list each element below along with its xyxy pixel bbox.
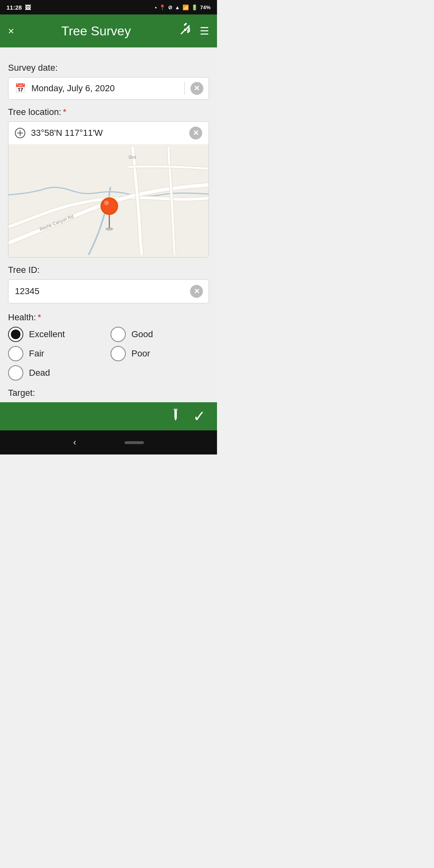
tree-id-label: Tree ID: (8, 265, 209, 275)
radio-dead-circle[interactable] (8, 365, 23, 381)
health-fair-label: Fair (29, 348, 44, 359)
health-poor-label: Poor (131, 348, 150, 359)
close-button[interactable]: × (8, 25, 14, 37)
status-icons-area: • 📍 ⊘ ▲ 📶 🔋 74% (155, 4, 211, 10)
tree-location-label: Tree location:* (8, 107, 209, 117)
health-good-label: Good (131, 329, 153, 340)
time: 11:28 (6, 4, 22, 11)
radio-excellent-circle[interactable] (8, 327, 23, 342)
blocked-icon: ⊘ (168, 4, 172, 10)
survey-date-label: Survey date: (8, 63, 209, 73)
svg-rect-12 (174, 409, 177, 418)
status-time-area: 11:28 🖼 (6, 4, 31, 11)
tree-location-field[interactable]: 33°58'N 117°11'W ✕ (8, 121, 209, 258)
health-excellent-label: Excellent (29, 329, 65, 340)
form-content: Survey date: 📅 Monday, July 6, 2020 ✕ Tr… (0, 47, 217, 402)
clear-tree-id-icon[interactable]: ✕ (190, 285, 203, 298)
top-nav: × Tree Survey ☰ (0, 14, 217, 47)
health-option-good[interactable]: Good (111, 327, 209, 342)
crosshair-icon (15, 128, 25, 138)
dot-icon: • (155, 4, 157, 10)
target-label: Target: (8, 388, 209, 402)
health-option-poor[interactable]: Poor (111, 346, 209, 361)
survey-date-clear-button[interactable]: ✕ (184, 82, 209, 95)
health-option-dead[interactable]: Dead (8, 365, 209, 381)
map-view[interactable]: Reche Canyon Rd Smi (8, 145, 209, 257)
coordinates-row[interactable]: 33°58'N 117°11'W ✕ (8, 122, 209, 145)
tree-id-input[interactable] (8, 280, 184, 303)
health-option-excellent[interactable]: Excellent (8, 327, 106, 342)
tree-id-field[interactable]: ✕ (8, 279, 209, 303)
svg-point-10 (102, 199, 117, 213)
edit-button[interactable] (170, 408, 182, 425)
android-nav-bar: ‹ (0, 430, 217, 454)
home-button[interactable] (125, 441, 144, 444)
radio-good-circle[interactable] (111, 327, 126, 342)
clear-date-icon[interactable]: ✕ (190, 82, 203, 95)
health-option-fair[interactable]: Fair (8, 346, 106, 361)
svg-rect-1 (184, 23, 187, 26)
clear-location-button[interactable]: ✕ (189, 127, 202, 139)
clear-tree-id-button[interactable]: ✕ (184, 285, 209, 298)
signal-icon: 📶 (182, 4, 189, 10)
submit-button[interactable]: ✓ (193, 407, 206, 425)
wifi-icon: ▲ (175, 4, 180, 10)
svg-point-3 (184, 29, 186, 31)
photo-icon: 🖼 (25, 4, 31, 11)
svg-marker-13 (174, 418, 177, 421)
battery-icon: 🔋 (191, 4, 198, 10)
health-dead-label: Dead (29, 368, 50, 378)
survey-date-field[interactable]: 📅 Monday, July 6, 2020 ✕ (8, 77, 209, 100)
radio-excellent-fill (11, 330, 20, 339)
coordinates-value: 33°58'N 117°11'W (31, 128, 184, 138)
location-status-icon: 📍 (159, 4, 166, 10)
calendar-icon: 📅 (15, 83, 26, 94)
status-bar: 11:28 🖼 • 📍 ⊘ ▲ 📶 🔋 74% (0, 0, 217, 14)
health-label: Health:* (8, 312, 209, 323)
svg-point-11 (104, 201, 109, 205)
svg-point-7 (105, 227, 113, 231)
survey-date-value: Monday, July 6, 2020 (31, 83, 115, 94)
survey-date-input[interactable]: 📅 Monday, July 6, 2020 (8, 78, 184, 99)
radio-poor-circle[interactable] (111, 346, 126, 361)
satellite-icon[interactable] (178, 23, 192, 40)
health-radio-group: Excellent Good Fair Poor (8, 327, 209, 361)
battery-percent: 74% (200, 4, 211, 10)
page-title: Tree Survey (61, 24, 131, 39)
bottom-toolbar: ✓ (0, 402, 217, 430)
svg-text:Smi: Smi (129, 155, 136, 160)
radio-fair-circle[interactable] (8, 346, 23, 361)
back-button[interactable]: ‹ (73, 437, 76, 448)
menu-button[interactable]: ☰ (200, 25, 209, 37)
svg-rect-14 (174, 409, 178, 410)
